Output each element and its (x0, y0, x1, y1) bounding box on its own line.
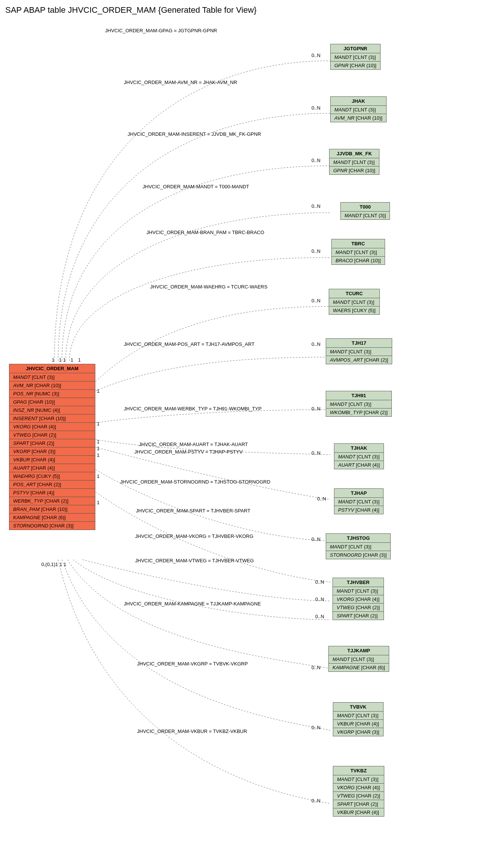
card-mid: 1 (97, 446, 99, 451)
card-right: 0..N (311, 298, 320, 303)
entity-field: INSZ_NR [NUMC (4)] (9, 406, 95, 414)
edge-label: JHVCIC_ORDER_MAM-MANDT = T000-MANDT (143, 184, 249, 189)
entity-field: MANDT [CLNT (3)] (341, 212, 390, 219)
entity-header: JGTGPNR (331, 44, 380, 53)
edge-label: JHVCIC_ORDER_MAM-SPART = TJHVBER-SPART (136, 508, 250, 514)
entity-field: WAERS [CUKY (5)] (329, 306, 379, 314)
entity-field: VKORG [CHAR (4)] (333, 595, 384, 604)
entity-tvkbz: TVKBZMANDT [CLNT (3)]VKORG [CHAR (4)]VTW… (333, 766, 384, 817)
entity-field: PSTYV [CHAR (4)] (9, 489, 95, 497)
card-mid: 1 (97, 439, 99, 445)
entity-field: WAEHRG [CUKY (5)] (9, 472, 95, 481)
edge-label: JHVCIC_ORDER_MAM-POS_ART = TJH17-AVMPOS_… (124, 341, 254, 347)
entity-field: PSTYV [CHAR (4)] (334, 506, 383, 514)
entity-field: MANDT [CLNT (3)] (333, 712, 383, 720)
card-right: 0..N (311, 406, 320, 411)
entity-field: MANDT [CLNT (3)] (334, 453, 384, 461)
entity-tvbvk: TVBVKMANDT [CLNT (3)]VKBUR [CHAR (4)]VKG… (333, 702, 384, 736)
entity-field: POS_NR [NUMC (3)] (9, 390, 95, 398)
entity-field: GPAG [CHAR (10)] (9, 398, 95, 406)
entity-tjhak: TJHAKMANDT [CLNT (3)]AUART [CHAR (4)] (334, 443, 384, 469)
entity-field: STORNOGRND [CHAR (3)] (9, 522, 95, 530)
entity-field: MANDT [CLNT (3)] (326, 348, 392, 356)
entity-header: T000 (341, 203, 390, 212)
entity-field: AVMPOS_ART [CHAR (2)] (326, 356, 392, 364)
entity-field: VKBUR [CHAR (4)] (9, 456, 95, 464)
card-right: 0..N (311, 341, 320, 347)
entity-field: MANDT [CLNT (3)] (333, 587, 384, 595)
entity-field: GPNR [CHAR (10)] (330, 167, 379, 174)
edge-label: JHVCIC_ORDER_MAM-VKBUR = TVKBZ-VKBUR (137, 728, 247, 734)
entity-header: TVBVK (333, 703, 383, 712)
diagram-canvas: JHVCIC_ORDER_MAM MANDT [CLNT (3)]AVM_NR … (4, 16, 479, 867)
card-mid: 1 (97, 421, 99, 426)
entity-field: MANDT [CLNT (3)] (329, 655, 389, 664)
entity-field: SPART [CHAR (2)] (9, 439, 95, 448)
entity-field: WKOMBI_TYP [CHAR (2)] (326, 408, 391, 416)
entity-field: INSERENT [CHAR (10)] (9, 414, 95, 423)
edge-label: JHVCIC_ORDER_MAM-INSERENT = JJVDB_MK_FK-… (128, 131, 261, 137)
entity-jgtgpnr: JGTGPNRMANDT [CLNT (3)]GPNR [CHAR (10)] (330, 44, 381, 70)
entity-header: TJH91 (326, 391, 391, 400)
edge-label: JHVCIC_ORDER_MAM-STORNOGRND = TJHSTOG-ST… (120, 479, 270, 485)
entity-field: VTWEG [CHAR (2)] (333, 604, 384, 612)
entity-field: MANDT [CLNT (3)] (326, 400, 391, 408)
entity-field: MANDT [CLNT (3)] (326, 543, 390, 551)
entity-field: GPNR [CHAR (10)] (331, 62, 380, 69)
entity-header: TJH17 (326, 339, 392, 348)
entity-tcurc: TCURCMANDT [CLNT (3)]WAERS [CUKY (5)] (329, 289, 380, 315)
entity-header: TJHAP (334, 489, 383, 498)
card-right: 0..N (311, 53, 320, 58)
entity-field: POS_ART [CHAR (2)] (9, 481, 95, 489)
card-right: 0..N (311, 248, 320, 254)
entity-jjvdb_mk_fk: JJVDB_MK_FKMANDT [CLNT (3)]GPNR [CHAR (1… (329, 149, 379, 175)
edge-label: JHVCIC_ORDER_MAM-VTWEG = TJHVBER-VTWEG (135, 558, 254, 563)
entity-header: TJHAK (334, 444, 384, 453)
entity-field: VTWEG [CHAR (2)] (9, 431, 95, 439)
edge-label: JHVCIC_ORDER_MAM-VKORG = TJHVBER-VKORG (135, 533, 253, 539)
entity-field: MANDT [CLNT (3)] (9, 373, 95, 381)
entity-field: AVM_NR [CHAR (10)] (331, 114, 386, 122)
card-right-tjhap: 0..N (317, 496, 326, 502)
card-left: 1 (52, 357, 54, 363)
card-left: 1 (59, 357, 62, 363)
entity-jhak: JHAKMANDT [CLNT (3)]AVM_NR [CHAR (10)] (330, 96, 387, 122)
entity-header: TJHSTOG (326, 534, 390, 543)
entity-field: KAMPAGNE [CHAR (6)] (9, 514, 95, 522)
entity-field: WERBK_TYP [CHAR (2)] (9, 497, 95, 505)
entity-tjhap: TJHAPMANDT [CLNT (3)]PSTYV [CHAR (4)] (334, 488, 384, 514)
edge-label: JHVCIC_ORDER_MAM-WERBK_TYP = TJH91-WKOMB… (124, 406, 262, 411)
entity-field: MANDT [CLNT (3)] (329, 298, 379, 306)
entity-header: TJJKAMP (329, 646, 389, 655)
entity-header: TBRC (332, 239, 385, 248)
entity-field: SPART [CHAR (2)] (333, 612, 384, 620)
entity-field: KAMPAGNE [CHAR (6)] (329, 664, 389, 671)
card-mid: 1 (97, 500, 99, 505)
card-right: 0..N (311, 105, 320, 111)
card-right: 0..N (311, 665, 320, 670)
edge-label: JHVCIC_ORDER_MAM-AUART = TJHAK-AUART (139, 442, 248, 447)
edge-label: JHVCIC_ORDER_MAM-GPAG = JGTGPNR-GPNR (105, 28, 217, 33)
entity-field: MANDT [CLNT (3)] (333, 775, 384, 784)
edge-label: JHVCIC_ORDER_MAM-WAEHRG = TCURC-WAERS (150, 284, 268, 290)
edge-label: JHVCIC_ORDER_MAM-BRAN_PAM = TBRC-BRACO (146, 230, 264, 235)
entity-field: AUART [CHAR (4)] (334, 461, 384, 469)
entity-field: MANDT [CLNT (3)] (334, 498, 383, 506)
card-mid: 1 (97, 473, 99, 479)
card-right: 0..N (311, 725, 320, 730)
entity-header: JHVCIC_ORDER_MAM (9, 364, 95, 373)
entity-field: VKORG [CHAR (4)] (9, 423, 95, 431)
card-right: 0..N (315, 579, 324, 585)
entity-field: MANDT [CLNT (3)] (331, 106, 386, 114)
card-right: 0..N (315, 596, 324, 602)
entity-field: MANDT [CLNT (3)] (331, 53, 380, 62)
entity-header: JHAK (331, 97, 386, 106)
edge-label: JHVCIC_ORDER_MAM-KAMPAGNE = TJJKAMP-KAMP… (124, 601, 261, 607)
entity-field: BRACO [CHAR (10)] (332, 257, 385, 264)
entity-tbrc: TBRCMANDT [CLNT (3)]BRACO [CHAR (10)] (331, 239, 385, 265)
entity-field: MANDT [CLNT (3)] (332, 248, 385, 257)
entity-tjhstog: TJHSTOGMANDT [CLNT (3)]STORNOGRD [CHAR (… (326, 533, 391, 559)
entity-field: VKORG [CHAR (4)] (333, 784, 384, 792)
edge-label: JHVCIC_ORDER_MAM-VKGRP = TVBVK-VKGRP (137, 661, 248, 667)
entity-tjh17: TJH17MANDT [CLNT (3)]AVMPOS_ART [CHAR (2… (326, 338, 392, 364)
